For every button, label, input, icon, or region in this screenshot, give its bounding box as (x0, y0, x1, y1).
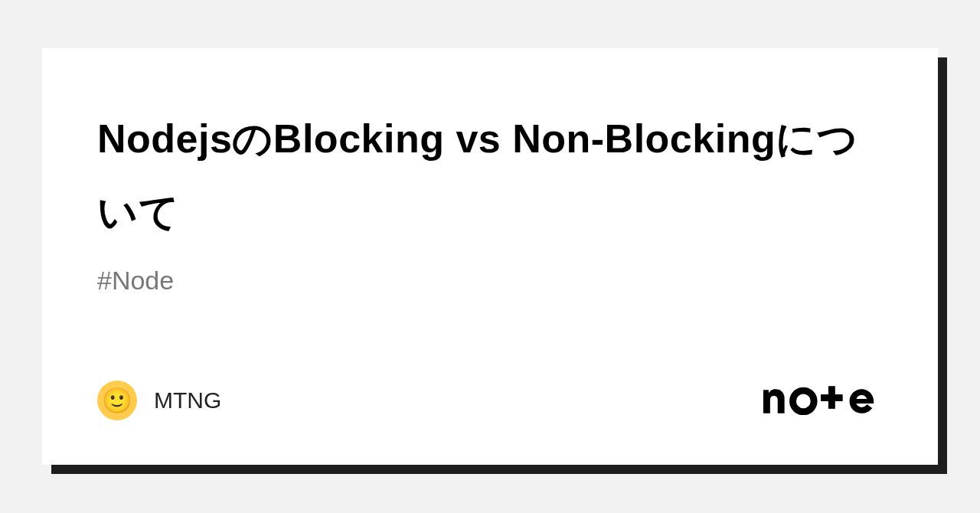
svg-point-0 (792, 390, 814, 412)
author-section[interactable]: 🙂 MTNG (97, 381, 221, 420)
note-logo-icon (762, 386, 883, 415)
card-footer: 🙂 MTNG (97, 381, 883, 426)
smiley-icon: 🙂 (102, 386, 132, 415)
note-logo (762, 386, 883, 415)
author-avatar: 🙂 (97, 381, 137, 420)
svg-rect-2 (821, 394, 843, 401)
article-hashtag: #Node (97, 266, 883, 296)
author-name: MTNG (154, 387, 221, 413)
article-title: NodejsのBlocking vs Non-Blockingについて (97, 102, 883, 249)
article-card: NodejsのBlocking vs Non-Blockingについて #Nod… (42, 48, 938, 465)
